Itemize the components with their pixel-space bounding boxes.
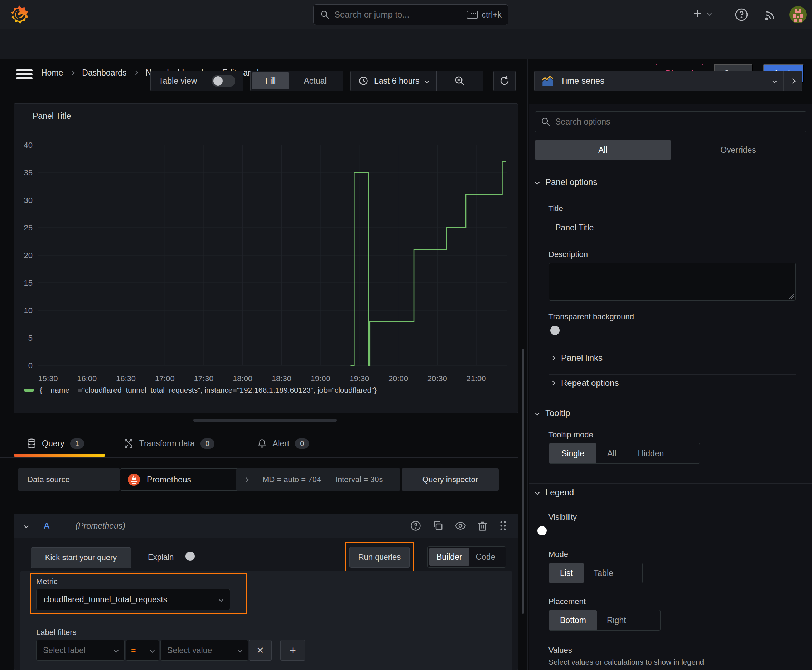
chevron-right-icon <box>244 477 249 482</box>
select-label-dropdown[interactable]: Select label <box>36 640 125 661</box>
description-label: Description <box>549 250 588 259</box>
expand-viz-options-button[interactable] <box>784 71 802 91</box>
operator-dropdown[interactable]: = <box>125 640 159 661</box>
refresh-icon <box>499 76 510 86</box>
svg-text:35: 35 <box>24 168 32 177</box>
help-icon[interactable] <box>735 8 748 22</box>
fill-actual-switch: Fill Actual <box>250 71 343 91</box>
query-help-icon[interactable] <box>410 520 421 531</box>
query-options-summary[interactable]: MD = auto = 704 Interval = 30s <box>236 469 400 491</box>
table-view-toggle[interactable] <box>212 75 235 87</box>
options-search[interactable] <box>535 111 806 132</box>
tooltip-section[interactable]: Tooltip <box>536 408 570 418</box>
delete-query-icon[interactable] <box>478 520 488 531</box>
tooltip-mode-single[interactable]: Single <box>549 443 597 464</box>
chevron-down-icon <box>114 648 119 653</box>
vertical-scrollbar[interactable] <box>522 349 524 614</box>
legend-values-help: Select values or calculations to show in… <box>549 658 704 667</box>
tooltip-mode-all[interactable]: All <box>597 443 627 464</box>
query-datasource-name: (Prometheus) <box>76 521 125 531</box>
add-filter-button[interactable]: + <box>280 640 305 661</box>
run-queries-button[interactable]: Run queries <box>349 547 410 568</box>
svg-text:20: 20 <box>24 251 32 260</box>
breadcrumb-dashboards[interactable]: Dashboards <box>82 68 126 78</box>
repeat-options-section[interactable]: Repeat options <box>551 378 619 388</box>
tab-query[interactable]: Query 1 <box>27 438 84 449</box>
actual-option[interactable]: Actual <box>289 72 342 90</box>
legend-mode-list[interactable]: List <box>549 563 583 583</box>
select-value-dropdown[interactable]: Select value <box>160 640 249 661</box>
tooltip-mode-switch: Single All Hidden <box>549 443 700 464</box>
kickstart-query-button[interactable]: Kick start your query <box>31 547 131 568</box>
chevron-down-icon <box>150 648 155 653</box>
fill-option[interactable]: Fill <box>252 72 289 90</box>
chart-legend[interactable]: {__name__="cloudflared_tunnel_total_requ… <box>24 386 376 394</box>
topbar-divider <box>725 7 726 22</box>
svg-text:18:00: 18:00 <box>233 374 253 383</box>
panel-links-section[interactable]: Panel links <box>551 353 603 363</box>
resize-corner-icon[interactable] <box>789 294 794 299</box>
tooltip-mode-hidden[interactable]: Hidden <box>627 443 675 464</box>
panel-options-section[interactable]: Panel options <box>536 177 597 187</box>
refresh-button[interactable] <box>493 71 515 91</box>
breadcrumb-separator <box>70 71 75 75</box>
time-series-chart[interactable]: 051015202530354015:3016:0016:3017:0017:3… <box>14 104 518 414</box>
chevron-down-icon <box>535 490 539 495</box>
search-icon <box>320 10 329 19</box>
visualization-picker[interactable]: Time series <box>534 71 802 91</box>
database-icon <box>27 438 36 448</box>
legend-section[interactable]: Legend <box>536 487 574 497</box>
legend-placement-bottom[interactable]: Bottom <box>549 610 597 630</box>
panel-title-input[interactable] <box>549 217 795 239</box>
tab-overrides[interactable]: Overrides <box>671 140 806 160</box>
svg-text:5: 5 <box>28 333 32 342</box>
description-textarea[interactable] <box>549 263 795 301</box>
svg-text:10: 10 <box>24 306 32 315</box>
tab-transform-data[interactable]: Transform data 0 <box>124 438 214 449</box>
table-view-label: Table view <box>159 76 197 86</box>
global-search[interactable]: ctrl+k <box>313 4 509 25</box>
remove-filter-button[interactable]: ✕ <box>249 640 272 661</box>
tab-alert[interactable]: Alert 0 <box>258 438 309 449</box>
datasource-value: Prometheus <box>147 475 191 485</box>
series-label[interactable]: {__name__="cloudflared_tunnel_total_requ… <box>40 386 376 394</box>
chevron-down-icon <box>425 79 429 83</box>
search-icon <box>541 117 550 126</box>
active-tab-indicator <box>14 454 105 457</box>
zoom-out-button[interactable] <box>437 76 483 86</box>
svg-text:17:30: 17:30 <box>194 374 214 383</box>
chart-panel[interactable]: Panel Title 051015202530354015:3016:0016… <box>14 103 518 413</box>
chevron-right-icon <box>551 381 555 386</box>
add-menu-button[interactable] <box>692 8 711 19</box>
query-inspector-button[interactable]: Query inspector <box>402 469 499 491</box>
breadcrumb-home[interactable]: Home <box>41 68 63 78</box>
metric-select[interactable]: cloudflared_tunnel_total_requests <box>36 589 230 610</box>
svg-text:16:30: 16:30 <box>116 374 136 383</box>
legend-placement-right[interactable]: Right <box>597 610 636 630</box>
builder-option[interactable]: Builder <box>429 548 470 566</box>
svg-text:40: 40 <box>24 140 32 150</box>
avatar[interactable] <box>790 6 807 23</box>
grafana-logo-icon[interactable] <box>9 5 29 25</box>
tab-all[interactable]: All <box>535 140 671 160</box>
tab-alert-count: 0 <box>295 438 309 449</box>
legend-mode-table[interactable]: Table <box>583 563 623 583</box>
time-range-picker[interactable]: Last 6 hours <box>351 71 436 91</box>
duplicate-query-icon[interactable] <box>432 520 443 531</box>
code-option[interactable]: Code <box>470 548 502 566</box>
menu-icon[interactable] <box>16 69 32 80</box>
drag-handle-icon[interactable] <box>499 520 507 531</box>
zoom-out-icon <box>454 76 465 86</box>
resize-handle[interactable] <box>193 419 337 422</box>
pane-separator <box>527 59 528 670</box>
search-input[interactable] <box>334 10 461 20</box>
news-rss-icon[interactable] <box>764 8 777 22</box>
collapse-query-icon[interactable] <box>24 524 29 528</box>
svg-text:18:30: 18:30 <box>272 374 292 383</box>
hide-query-icon[interactable] <box>455 520 466 531</box>
panel-options-header: Panel options <box>545 177 597 187</box>
breadcrumb-separator <box>134 71 139 75</box>
query-row-header[interactable]: A (Prometheus) <box>14 514 518 538</box>
svg-text:0: 0 <box>28 361 32 370</box>
options-search-input[interactable] <box>555 117 800 127</box>
